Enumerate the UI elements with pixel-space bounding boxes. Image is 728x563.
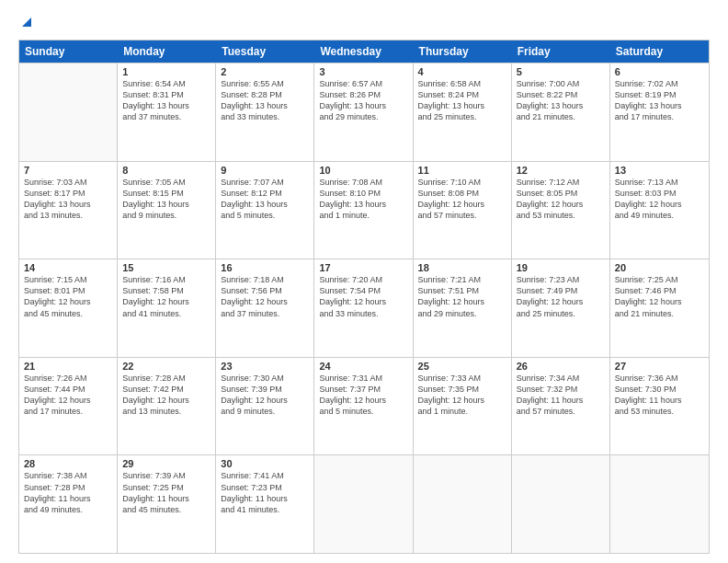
week-row-3: 21Sunrise: 7:26 AM Sunset: 7:44 PM Dayli… bbox=[19, 357, 709, 455]
day-cell: 7Sunrise: 7:03 AM Sunset: 8:17 PM Daylig… bbox=[19, 162, 118, 259]
day-number: 16 bbox=[221, 262, 309, 273]
logo-arrow-icon bbox=[20, 16, 33, 29]
day-cell: 23Sunrise: 7:30 AM Sunset: 7:39 PM Dayli… bbox=[216, 358, 314, 455]
day-cell: 19Sunrise: 7:23 AM Sunset: 7:49 PM Dayli… bbox=[512, 259, 610, 357]
header-saturday: Saturday bbox=[610, 40, 709, 63]
logo bbox=[18, 17, 33, 32]
page: Sunday Monday Tuesday Wednesday Thursday… bbox=[0, 0, 728, 563]
day-number: 26 bbox=[517, 361, 605, 372]
day-cell: 18Sunrise: 7:21 AM Sunset: 7:51 PM Dayli… bbox=[414, 259, 512, 357]
day-cell bbox=[314, 455, 413, 553]
day-number: 28 bbox=[24, 458, 112, 469]
day-info: Sunrise: 7:39 AM Sunset: 7:25 PM Dayligh… bbox=[122, 470, 210, 515]
day-cell: 13Sunrise: 7:13 AM Sunset: 8:03 PM Dayli… bbox=[610, 162, 709, 259]
day-info: Sunrise: 7:25 AM Sunset: 7:46 PM Dayligh… bbox=[615, 274, 704, 319]
day-number: 8 bbox=[122, 165, 210, 176]
day-info: Sunrise: 7:38 AM Sunset: 7:28 PM Dayligh… bbox=[24, 470, 112, 515]
day-info: Sunrise: 7:21 AM Sunset: 7:51 PM Dayligh… bbox=[418, 274, 506, 319]
day-info: Sunrise: 7:31 AM Sunset: 7:37 PM Dayligh… bbox=[319, 373, 407, 418]
day-number: 15 bbox=[122, 262, 210, 273]
day-info: Sunrise: 7:00 AM Sunset: 8:22 PM Dayligh… bbox=[517, 78, 605, 123]
day-cell: 24Sunrise: 7:31 AM Sunset: 7:37 PM Dayli… bbox=[314, 358, 413, 455]
day-number: 10 bbox=[319, 165, 407, 176]
day-cell: 12Sunrise: 7:12 AM Sunset: 8:05 PM Dayli… bbox=[512, 162, 610, 259]
week-row-1: 7Sunrise: 7:03 AM Sunset: 8:17 PM Daylig… bbox=[19, 161, 709, 259]
day-cell: 11Sunrise: 7:10 AM Sunset: 8:08 PM Dayli… bbox=[414, 162, 512, 259]
day-info: Sunrise: 7:03 AM Sunset: 8:17 PM Dayligh… bbox=[24, 177, 112, 222]
day-number: 19 bbox=[517, 262, 605, 273]
day-number: 6 bbox=[615, 66, 704, 77]
day-number: 18 bbox=[418, 262, 506, 273]
day-cell: 17Sunrise: 7:20 AM Sunset: 7:54 PM Dayli… bbox=[314, 259, 413, 357]
day-number: 9 bbox=[221, 165, 309, 176]
day-number: 13 bbox=[615, 165, 704, 176]
day-cell bbox=[414, 455, 512, 553]
day-number: 29 bbox=[122, 458, 210, 469]
day-number: 27 bbox=[615, 361, 704, 372]
calendar-body: 1Sunrise: 6:54 AM Sunset: 8:31 PM Daylig… bbox=[19, 63, 709, 553]
day-number: 12 bbox=[517, 165, 605, 176]
header bbox=[18, 17, 710, 32]
day-cell: 26Sunrise: 7:34 AM Sunset: 7:32 PM Dayli… bbox=[512, 358, 610, 455]
day-info: Sunrise: 7:02 AM Sunset: 8:19 PM Dayligh… bbox=[615, 78, 704, 123]
day-number: 22 bbox=[122, 361, 210, 372]
day-info: Sunrise: 7:23 AM Sunset: 7:49 PM Dayligh… bbox=[517, 274, 605, 319]
day-number: 3 bbox=[319, 66, 407, 77]
day-info: Sunrise: 7:13 AM Sunset: 8:03 PM Dayligh… bbox=[615, 177, 704, 222]
day-info: Sunrise: 7:08 AM Sunset: 8:10 PM Dayligh… bbox=[319, 177, 407, 222]
day-number: 21 bbox=[24, 361, 112, 372]
day-info: Sunrise: 7:12 AM Sunset: 8:05 PM Dayligh… bbox=[517, 177, 605, 222]
day-number: 1 bbox=[122, 66, 210, 77]
day-info: Sunrise: 7:30 AM Sunset: 7:39 PM Dayligh… bbox=[221, 373, 309, 418]
day-cell bbox=[512, 455, 610, 553]
calendar: Sunday Monday Tuesday Wednesday Thursday… bbox=[18, 40, 710, 554]
day-info: Sunrise: 7:26 AM Sunset: 7:44 PM Dayligh… bbox=[24, 373, 112, 418]
day-info: Sunrise: 6:58 AM Sunset: 8:24 PM Dayligh… bbox=[418, 78, 506, 123]
calendar-header: Sunday Monday Tuesday Wednesday Thursday… bbox=[19, 40, 709, 63]
day-number: 23 bbox=[221, 361, 309, 372]
day-cell: 2Sunrise: 6:55 AM Sunset: 8:28 PM Daylig… bbox=[216, 63, 314, 161]
week-row-4: 28Sunrise: 7:38 AM Sunset: 7:28 PM Dayli… bbox=[19, 454, 709, 553]
header-monday: Monday bbox=[118, 40, 216, 63]
header-friday: Friday bbox=[512, 40, 610, 63]
day-number: 24 bbox=[319, 361, 407, 372]
day-info: Sunrise: 7:20 AM Sunset: 7:54 PM Dayligh… bbox=[319, 274, 407, 319]
day-cell: 21Sunrise: 7:26 AM Sunset: 7:44 PM Dayli… bbox=[19, 358, 118, 455]
day-number: 14 bbox=[24, 262, 112, 273]
day-info: Sunrise: 6:57 AM Sunset: 8:26 PM Dayligh… bbox=[319, 78, 407, 123]
day-cell: 30Sunrise: 7:41 AM Sunset: 7:23 PM Dayli… bbox=[216, 455, 314, 553]
day-cell: 5Sunrise: 7:00 AM Sunset: 8:22 PM Daylig… bbox=[512, 63, 610, 161]
day-cell: 10Sunrise: 7:08 AM Sunset: 8:10 PM Dayli… bbox=[314, 162, 413, 259]
day-cell: 14Sunrise: 7:15 AM Sunset: 8:01 PM Dayli… bbox=[19, 259, 118, 357]
header-wednesday: Wednesday bbox=[314, 40, 413, 63]
day-cell: 22Sunrise: 7:28 AM Sunset: 7:42 PM Dayli… bbox=[118, 358, 216, 455]
day-info: Sunrise: 7:05 AM Sunset: 8:15 PM Dayligh… bbox=[122, 177, 210, 222]
day-cell: 6Sunrise: 7:02 AM Sunset: 8:19 PM Daylig… bbox=[610, 63, 709, 161]
day-number: 2 bbox=[221, 66, 309, 77]
day-info: Sunrise: 7:28 AM Sunset: 7:42 PM Dayligh… bbox=[122, 373, 210, 418]
day-cell: 27Sunrise: 7:36 AM Sunset: 7:30 PM Dayli… bbox=[610, 358, 709, 455]
day-info: Sunrise: 6:54 AM Sunset: 8:31 PM Dayligh… bbox=[122, 78, 210, 123]
day-number: 5 bbox=[517, 66, 605, 77]
svg-marker-0 bbox=[22, 17, 31, 27]
day-cell: 16Sunrise: 7:18 AM Sunset: 7:56 PM Dayli… bbox=[216, 259, 314, 357]
header-sunday: Sunday bbox=[19, 40, 118, 63]
day-info: Sunrise: 7:07 AM Sunset: 8:12 PM Dayligh… bbox=[221, 177, 309, 222]
day-cell: 15Sunrise: 7:16 AM Sunset: 7:58 PM Dayli… bbox=[118, 259, 216, 357]
day-info: Sunrise: 7:16 AM Sunset: 7:58 PM Dayligh… bbox=[122, 274, 210, 319]
day-number: 20 bbox=[615, 262, 704, 273]
day-info: Sunrise: 7:41 AM Sunset: 7:23 PM Dayligh… bbox=[221, 470, 309, 515]
header-tuesday: Tuesday bbox=[216, 40, 314, 63]
day-number: 11 bbox=[418, 165, 506, 176]
day-cell: 29Sunrise: 7:39 AM Sunset: 7:25 PM Dayli… bbox=[118, 455, 216, 553]
day-cell: 25Sunrise: 7:33 AM Sunset: 7:35 PM Dayli… bbox=[414, 358, 512, 455]
day-info: Sunrise: 7:36 AM Sunset: 7:30 PM Dayligh… bbox=[615, 373, 704, 418]
day-number: 7 bbox=[24, 165, 112, 176]
week-row-0: 1Sunrise: 6:54 AM Sunset: 8:31 PM Daylig… bbox=[19, 63, 709, 161]
header-thursday: Thursday bbox=[414, 40, 512, 63]
day-number: 30 bbox=[221, 458, 309, 469]
day-cell: 8Sunrise: 7:05 AM Sunset: 8:15 PM Daylig… bbox=[118, 162, 216, 259]
day-number: 17 bbox=[319, 262, 407, 273]
day-info: Sunrise: 7:10 AM Sunset: 8:08 PM Dayligh… bbox=[418, 177, 506, 222]
day-cell: 20Sunrise: 7:25 AM Sunset: 7:46 PM Dayli… bbox=[610, 259, 709, 357]
